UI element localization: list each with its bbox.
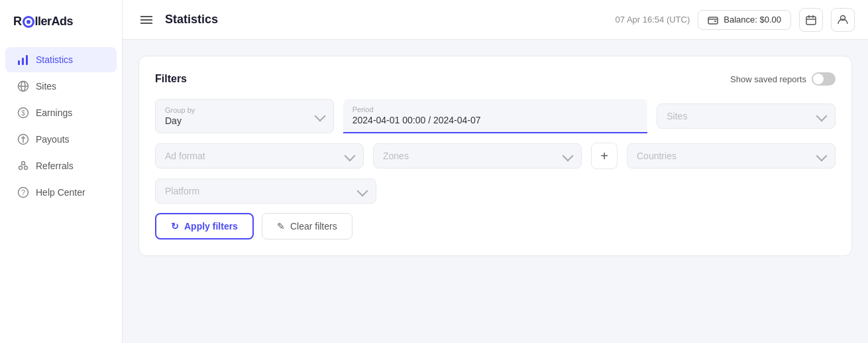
filters-row-3: Platform	[155, 178, 836, 204]
sidebar-item-statistics[interactable]: Statistics	[5, 47, 117, 72]
actions-row: ↻ Apply filters ✎ Clear filters	[155, 213, 836, 240]
svg-rect-2	[26, 55, 28, 65]
logo: RllerAds	[0, 0, 122, 40]
ad-format-chevron-icon	[345, 151, 356, 162]
group-by-select[interactable]: Group by Day	[155, 99, 334, 133]
clear-filters-button[interactable]: ✎ Clear filters	[262, 213, 353, 240]
platform-chevron-icon	[357, 186, 368, 197]
platform-placeholder: Platform	[165, 186, 353, 196]
filters-header: Filters Show saved reports	[155, 72, 836, 86]
hamburger-icon	[140, 19, 152, 21]
help-icon: ?	[17, 186, 29, 198]
show-saved-toggle[interactable]	[812, 72, 836, 86]
sidebar-item-statistics-label: Statistics	[36, 54, 73, 65]
svg-rect-1	[22, 58, 24, 65]
zones-placeholder: Zones	[383, 151, 559, 161]
saved-reports-area: Show saved reports	[730, 72, 836, 86]
earnings-icon: $	[17, 107, 29, 119]
content-area: Filters Show saved reports Group by Day …	[123, 40, 868, 343]
apply-filters-button[interactable]: ↻ Apply filters	[155, 213, 254, 240]
svg-text:?: ?	[21, 188, 25, 196]
sidebar-item-earnings[interactable]: $ Earnings	[5, 100, 117, 125]
sidebar-item-referrals-label: Referrals	[36, 161, 74, 171]
calendar-button[interactable]	[799, 8, 823, 32]
sidebar-item-help-label: Help Center	[36, 187, 85, 198]
sidebar-item-referrals[interactable]: Referrals	[5, 153, 117, 178]
eraser-icon: ✎	[277, 221, 285, 232]
page-title: Statistics	[165, 13, 608, 27]
filters-row-1: Group by Day Period 2024-04-01 00:00 / 2…	[155, 99, 836, 133]
sidebar: RllerAds Statistics Sites $ Earni	[0, 0, 123, 343]
logo-o-icon	[23, 16, 34, 28]
add-filter-button[interactable]: +	[591, 143, 618, 169]
sites-select[interactable]: Sites	[657, 103, 836, 129]
svg-line-14	[21, 165, 23, 167]
user-icon	[838, 15, 848, 25]
globe-icon	[17, 80, 29, 92]
sidebar-item-sites-label: Sites	[36, 81, 56, 92]
period-value: 2024-04-01 00:00 / 2024-04-07	[353, 115, 639, 125]
group-by-value: Day	[165, 115, 311, 126]
ad-format-placeholder: Ad format	[165, 151, 341, 161]
countries-placeholder: Countries	[637, 151, 812, 161]
svg-point-12	[25, 167, 28, 170]
chart-icon	[17, 54, 29, 66]
period-label: Period	[353, 105, 639, 113]
clear-button-label: Clear filters	[290, 221, 337, 232]
svg-text:$: $	[21, 109, 25, 117]
payout-icon	[17, 133, 29, 145]
sidebar-item-help-center[interactable]: ? Help Center	[5, 180, 117, 205]
referral-icon	[17, 160, 29, 172]
sidebar-item-payouts[interactable]: Payouts	[5, 127, 117, 152]
filters-row-2: Ad format Zones + Countries	[155, 143, 836, 169]
refresh-icon: ↻	[171, 221, 179, 232]
apply-button-label: Apply filters	[184, 221, 238, 232]
svg-rect-19	[714, 21, 716, 22]
svg-rect-0	[18, 60, 20, 65]
svg-point-11	[19, 167, 23, 170]
filters-title: Filters	[155, 73, 187, 85]
group-by-label: Group by	[165, 106, 311, 114]
svg-rect-18	[708, 17, 718, 24]
svg-rect-20	[806, 17, 816, 25]
menu-toggle-button[interactable]	[136, 9, 157, 31]
wallet-icon	[708, 15, 718, 25]
zones-select[interactable]: Zones	[373, 143, 582, 169]
balance-label: Balance: $0.00	[724, 15, 781, 25]
main-content: Statistics 07 Apr 16:54 (UTC) Balance: $…	[123, 0, 868, 343]
sidebar-item-sites[interactable]: Sites	[5, 74, 117, 99]
user-button[interactable]	[831, 8, 855, 32]
calendar-icon	[806, 15, 816, 25]
countries-chevron-icon	[816, 151, 828, 162]
sites-placeholder: Sites	[667, 111, 812, 121]
nav-menu: Statistics Sites $ Earnings Payouts	[0, 40, 122, 343]
platform-select[interactable]: Platform	[155, 178, 376, 204]
balance-button[interactable]: Balance: $0.00	[698, 10, 791, 30]
topbar: Statistics 07 Apr 16:54 (UTC) Balance: $…	[123, 0, 868, 40]
sites-chevron-icon	[816, 111, 828, 122]
filters-card: Filters Show saved reports Group by Day …	[138, 56, 852, 256]
countries-select[interactable]: Countries	[627, 143, 836, 169]
datetime-display: 07 Apr 16:54 (UTC)	[616, 15, 690, 25]
svg-line-15	[25, 165, 26, 167]
sidebar-item-payouts-label: Payouts	[36, 134, 70, 145]
zones-chevron-icon	[563, 151, 574, 162]
show-saved-label: Show saved reports	[730, 74, 806, 84]
sidebar-item-earnings-label: Earnings	[36, 107, 72, 118]
group-by-chevron-icon	[314, 111, 325, 122]
ad-format-select[interactable]: Ad format	[155, 143, 364, 169]
period-field[interactable]: Period 2024-04-01 00:00 / 2024-04-07	[343, 99, 648, 133]
plus-icon: +	[600, 149, 608, 164]
